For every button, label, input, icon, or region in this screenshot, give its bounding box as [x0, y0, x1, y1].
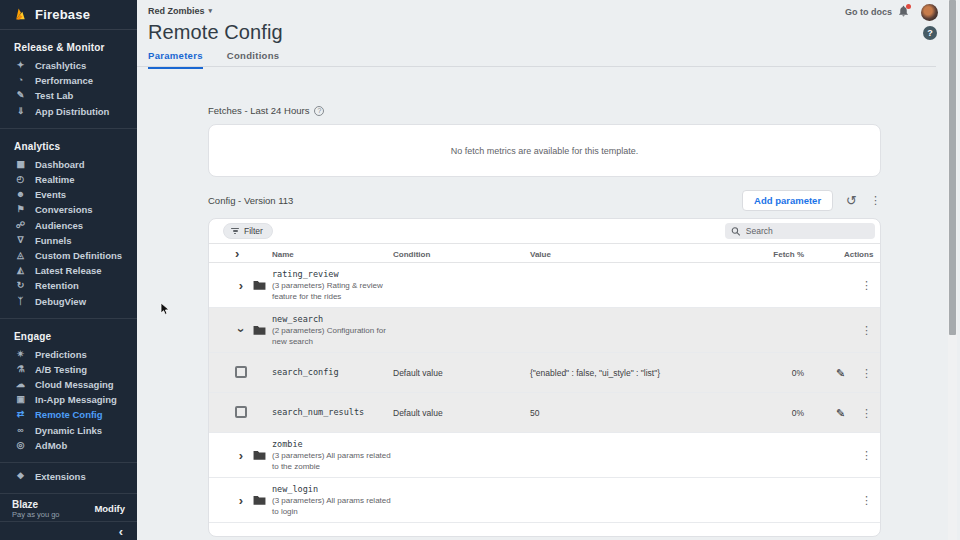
parameters-table-card: Filter Name Condition Value Fetch % Acti… — [208, 218, 881, 537]
table-row-parameter[interactable]: search_num_results Default value 50 0% — [209, 393, 880, 433]
firebase-logo[interactable]: Firebase — [0, 0, 137, 30]
row-checkbox[interactable] — [235, 366, 247, 378]
help-circle-icon[interactable] — [314, 106, 324, 116]
sidebar-item-audiences[interactable]: ☍ Audiences — [0, 218, 137, 233]
table-row-parameter[interactable]: search_config Default value {"enabled" :… — [209, 353, 880, 393]
row-overflow-menu-icon[interactable] — [861, 495, 872, 506]
scrollbar-thumb[interactable] — [949, 0, 956, 335]
avatar[interactable] — [921, 4, 938, 21]
notification-dot — [906, 4, 911, 9]
table-row-group[interactable]: rating_review (3 parameters) Rating & re… — [209, 263, 880, 308]
table-row-group[interactable]: new_login (3 parameters) All params rela… — [209, 478, 880, 523]
fetches-card: No fetch metrics are available for this … — [208, 124, 881, 177]
sidebar-item-custom-definitions[interactable]: ◬ Custom Definitions — [0, 248, 137, 263]
plan-name: Blaze — [12, 499, 60, 510]
group-description: (3 parameters) All params related to the… — [272, 451, 394, 472]
folder-icon — [253, 495, 266, 506]
project-selector[interactable]: Red Zombies — [148, 6, 212, 16]
table-row-group[interactable]: new_search (2 parameters) Configuration … — [209, 308, 880, 353]
parameter-fetch-percent: 0% — [749, 408, 804, 418]
sidebar-item-label: Conversions — [35, 204, 93, 215]
sidebar-section-items: ✦ Crashlytics ◔ Performance ✎ Test Lab ⇓… — [0, 58, 137, 119]
audiences-icon: ☍ — [14, 221, 27, 230]
sidebar-item-label: Remote Config — [35, 409, 103, 420]
remote-config-icon: ⇄ — [14, 410, 27, 419]
sidebar-item-realtime[interactable]: ◴ Realtime — [0, 172, 137, 187]
crashlytics-icon: ✦ — [14, 61, 27, 70]
go-to-docs-link[interactable]: Go to docs — [845, 7, 892, 17]
expand-all-icon[interactable] — [235, 247, 239, 260]
group-name: new_login — [272, 484, 394, 494]
app-distribution-icon: ⇓ — [14, 107, 27, 116]
row-overflow-menu-icon[interactable] — [861, 367, 872, 378]
sidebar-section-items: ✴ Predictions ⚗ A/B Testing ☁ Cloud Mess… — [0, 347, 137, 453]
sidebar-section-label: Engage — [0, 325, 137, 347]
sidebar-item-label: Extensions — [35, 471, 86, 482]
row-overflow-menu-icon[interactable] — [861, 325, 872, 336]
extensions-icon: ❖ — [14, 472, 27, 481]
sidebar-item-events[interactable]: ☻ Events — [0, 187, 137, 202]
config-overflow-menu-icon[interactable] — [870, 195, 881, 206]
row-overflow-menu-icon[interactable] — [861, 450, 872, 461]
plan-modify-button[interactable]: Modify — [94, 503, 125, 514]
sidebar-item-performance[interactable]: ◔ Performance — [0, 73, 137, 88]
sidebar-item-app-distribution[interactable]: ⇓ App Distribution — [0, 104, 137, 119]
sidebar-item-test-lab[interactable]: ✎ Test Lab — [0, 88, 137, 103]
admob-icon: ◎ — [14, 441, 27, 450]
sidebar-item-label: A/B Testing — [35, 364, 87, 375]
sidebar-item-remote-config[interactable]: ⇄ Remote Config — [0, 407, 137, 422]
sidebar-item-crashlytics[interactable]: ✦ Crashlytics — [0, 58, 137, 73]
row-expand-icon[interactable] — [239, 494, 243, 507]
sidebar-section: Release & Monitor ✦ Crashlytics ◔ Perfor… — [0, 30, 137, 129]
filter-button[interactable]: Filter — [223, 223, 273, 239]
sidebar-item-latest-release[interactable]: ◭ Latest Release — [0, 263, 137, 278]
sidebar: Firebase Release & Monitor ✦ Crashlytics… — [0, 0, 137, 540]
group-name: rating_review — [272, 269, 394, 279]
sidebar-item-conversions[interactable]: ⚑ Conversions — [0, 202, 137, 217]
collapse-sidebar-icon[interactable]: ‹ — [119, 525, 123, 538]
group-description: (3 parameters) All params related to log… — [272, 496, 394, 517]
scrollbar-track — [948, 0, 957, 540]
row-expand-icon[interactable] — [235, 328, 248, 332]
group-name: zombie — [272, 439, 394, 449]
sidebar-item-debugview[interactable]: ᛉ DebugView — [0, 293, 137, 308]
sidebar-section-label: Release & Monitor — [0, 36, 137, 58]
sidebar-item-a-b-testing[interactable]: ⚗ A/B Testing — [0, 362, 137, 377]
sidebar-item-predictions[interactable]: ✴ Predictions — [0, 347, 137, 362]
sidebar-item-in-app-messaging[interactable]: ▣ In-App Messaging — [0, 392, 137, 407]
table-body: rating_review (3 parameters) Rating & re… — [209, 263, 880, 523]
column-header-value: Value — [530, 250, 551, 259]
folder-icon — [253, 280, 266, 291]
edit-pencil-icon[interactable] — [836, 366, 845, 379]
row-checkbox[interactable] — [235, 406, 247, 418]
filter-icon — [231, 228, 239, 235]
notifications-bell-icon[interactable] — [897, 4, 911, 19]
in-app-messaging-icon: ▣ — [14, 395, 27, 404]
sidebar-item-extensions[interactable]: ❖ Extensions — [0, 469, 137, 484]
sidebar-item-funnels[interactable]: ∇ Funnels — [0, 233, 137, 248]
folder-icon — [253, 325, 266, 336]
retention-icon: ↻ — [14, 281, 27, 290]
sidebar-collapse-bar: ‹ — [0, 522, 137, 540]
edit-pencil-icon[interactable] — [836, 406, 845, 419]
sidebar-item-retention[interactable]: ↻ Retention — [0, 278, 137, 293]
help-button[interactable]: ? — [923, 26, 937, 40]
sidebar-item-dashboard[interactable]: ▦ Dashboard — [0, 157, 137, 172]
table-row-group[interactable]: zombie (3 parameters) All params related… — [209, 433, 880, 478]
dynamic-links-icon: ∞ — [14, 426, 27, 435]
parameter-value: {"enabled" : false, "ui_style" : "list"} — [530, 368, 730, 378]
realtime-icon: ◴ — [14, 175, 27, 184]
sidebar-section-label: Analytics — [0, 135, 137, 157]
add-parameter-button[interactable]: Add parameter — [742, 190, 833, 211]
row-overflow-menu-icon[interactable] — [861, 280, 872, 291]
sidebar-item-cloud-messaging[interactable]: ☁ Cloud Messaging — [0, 377, 137, 392]
sidebar-section: Engage ✴ Predictions ⚗ A/B Testing ☁ Clo… — [0, 319, 137, 463]
row-expand-icon[interactable] — [239, 449, 243, 462]
row-overflow-menu-icon[interactable] — [861, 407, 872, 418]
sidebar-item-dynamic-links[interactable]: ∞ Dynamic Links — [0, 423, 137, 438]
row-expand-icon[interactable] — [239, 279, 243, 292]
version-history-icon[interactable] — [846, 194, 857, 207]
parameter-value: 50 — [530, 408, 730, 418]
sidebar-item-admob[interactable]: ◎ AdMob — [0, 438, 137, 453]
search-input[interactable] — [746, 226, 869, 236]
